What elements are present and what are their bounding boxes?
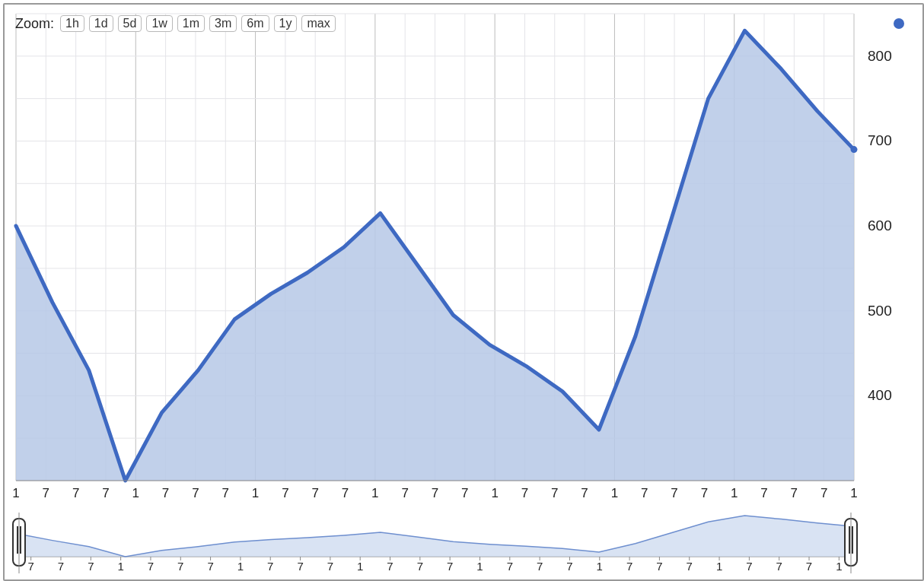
zoom-1y[interactable]: 1y [274,15,298,32]
svg-text:7: 7 [311,486,318,500]
zoom-3m[interactable]: 3m [209,15,237,32]
svg-text:1: 1 [716,560,722,573]
zoom-5d[interactable]: 5d [118,15,142,32]
svg-text:1: 1 [117,560,123,573]
svg-text:7: 7 [507,560,513,573]
svg-text:7: 7 [387,560,393,573]
svg-text:7: 7 [641,486,648,500]
svg-text:1: 1 [132,486,139,500]
svg-text:7: 7 [760,486,767,500]
svg-text:1: 1 [371,486,378,500]
svg-text:7: 7 [701,486,708,500]
range-handle-right[interactable] [845,513,857,573]
x-ticks: 17771777177717771777177717771 [12,486,857,500]
zoom-1w[interactable]: 1w [146,15,172,32]
svg-text:1: 1 [731,486,738,500]
svg-text:7: 7 [327,560,333,573]
svg-text:7: 7 [447,560,453,573]
svg-point-41 [851,146,858,153]
svg-text:7: 7 [581,486,588,500]
main-chart: 1777177717771777177717771777140050060070… [12,8,915,506]
svg-text:7: 7 [102,486,109,500]
svg-text:1: 1 [836,560,842,573]
legend-series1-icon [894,18,904,29]
svg-text:7: 7 [342,486,349,500]
svg-text:1: 1 [237,560,244,573]
svg-text:500: 500 [868,303,892,319]
svg-text:7: 7 [671,486,677,500]
svg-text:7: 7 [88,560,94,573]
svg-text:7: 7 [461,486,468,500]
svg-text:7: 7 [791,486,798,500]
svg-text:7: 7 [148,560,154,573]
svg-text:7: 7 [521,486,528,500]
svg-text:7: 7 [162,486,169,500]
svg-text:7: 7 [656,560,662,573]
svg-text:7: 7 [417,560,423,573]
zoom-6m[interactable]: 6m [241,15,269,32]
svg-text:1: 1 [252,486,259,500]
svg-text:7: 7 [776,560,782,573]
svg-text:7: 7 [566,560,572,573]
svg-text:7: 7 [207,560,213,573]
svg-text:7: 7 [192,486,199,500]
svg-text:400: 400 [868,387,892,403]
zoom-toolbar: Zoom: 1h 1d 5d 1w 1m 3m 6m 1y max [15,15,336,32]
chart-frame: Zoom: 1h 1d 5d 1w 1m 3m 6m 1y max 177717… [3,3,924,581]
zoom-1h[interactable]: 1h [60,15,84,32]
svg-text:1: 1 [357,560,363,573]
zoom-1m[interactable]: 1m [177,15,205,32]
svg-text:7: 7 [58,560,64,573]
svg-text:7: 7 [43,486,49,500]
svg-text:7: 7 [222,486,229,500]
svg-text:800: 800 [868,48,892,64]
svg-text:7: 7 [820,486,827,500]
svg-text:7: 7 [282,486,288,500]
svg-text:7: 7 [72,486,79,500]
overview-chart[interactable]: 7771777177717771777177717771 [12,513,915,573]
svg-text:1: 1 [12,486,19,500]
svg-text:7: 7 [432,486,438,500]
y-ticks: 400500600700800 [868,48,892,404]
svg-text:7: 7 [551,486,558,500]
svg-text:1: 1 [611,486,618,500]
svg-text:7: 7 [27,560,33,573]
svg-text:7: 7 [537,560,543,573]
svg-text:7: 7 [177,560,183,573]
svg-text:1: 1 [597,560,603,573]
svg-text:1: 1 [476,560,483,573]
svg-text:7: 7 [746,560,752,573]
range-handle-left[interactable] [13,513,25,573]
svg-text:1: 1 [850,486,857,500]
svg-text:600: 600 [868,217,892,233]
svg-text:7: 7 [626,560,632,573]
svg-text:700: 700 [868,132,892,148]
zoom-max[interactable]: max [301,15,335,32]
svg-text:7: 7 [401,486,408,500]
svg-text:7: 7 [297,560,303,573]
svg-text:7: 7 [267,560,273,573]
zoom-label: Zoom: [15,16,54,32]
svg-text:1: 1 [491,486,498,500]
svg-text:7: 7 [806,560,812,573]
svg-text:7: 7 [687,560,693,573]
zoom-1d[interactable]: 1d [89,15,113,32]
